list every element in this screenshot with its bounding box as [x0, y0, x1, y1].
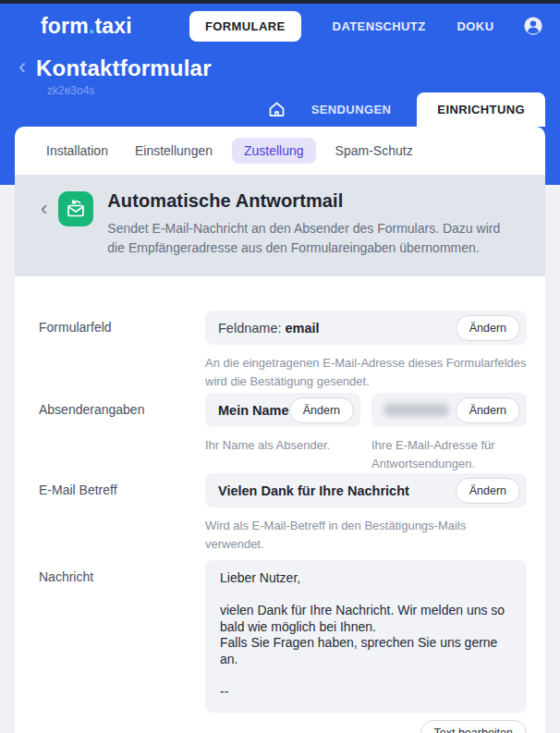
section-description: Sendet E-Mail-Nachricht an den Absender …	[107, 219, 512, 258]
logo-taxi: taxi	[95, 14, 132, 38]
subject-box: Vielen Dank für Ihre Nachricht Ändern	[205, 473, 527, 507]
back-chevron-icon[interactable]: ‹	[18, 55, 26, 81]
nav-item-doku[interactable]: DOKU	[457, 19, 494, 33]
row-absenderangaben: Absenderangaben Mein Name Ändern Ändern	[15, 393, 545, 472]
edit-text-button[interactable]: Text bearbeiten	[420, 720, 527, 733]
row-label: Formularfeld	[15, 311, 205, 390]
subtab-zustellung[interactable]: Zustellung	[232, 138, 316, 164]
logo-form: form	[41, 14, 89, 38]
sender-email-help: Ihre E-Mail-Adresse für Antwortsendungen…	[371, 436, 527, 472]
nav-item-formulare[interactable]: FORMULARE	[189, 11, 301, 42]
home-icon[interactable]	[267, 100, 286, 119]
subtab-spam-schutz[interactable]: Spam-Schutz	[328, 138, 420, 164]
subtab-installation[interactable]: Installation	[39, 138, 116, 164]
redacted-email-value	[384, 404, 448, 416]
change-sender-email-button[interactable]: Ändern	[456, 397, 520, 423]
page-title: Kontaktformular	[36, 55, 212, 81]
change-formfield-button[interactable]: Ändern	[456, 315, 520, 341]
message-textarea[interactable]: Lieber Nutzer, vielen Dank für Ihre Nach…	[205, 560, 527, 713]
settings-subtabs: Installation Einstellungen Zustellung Sp…	[15, 127, 545, 175]
settings-form: Formularfeld Feldname:email Ändern An di…	[15, 276, 545, 733]
section-text: Automatische Antwortmail Sendet E-Mail-N…	[107, 190, 512, 258]
sender-name-value: Mein Name	[218, 403, 289, 418]
row-nachricht: Nachricht Lieber Nutzer, vielen Dank für…	[15, 560, 545, 733]
section-back-chevron-icon[interactable]: ‹	[41, 199, 47, 219]
sender-email-box: Ändern	[371, 393, 527, 427]
tab-sendungen[interactable]: SENDUNGEN	[311, 103, 392, 116]
logo-dot: .	[89, 14, 95, 38]
row-betreff: E-Mail Betreff Vielen Dank für Ihre Nach…	[15, 473, 545, 553]
user-circle-icon[interactable]	[523, 16, 543, 36]
row-label: Nachricht	[15, 560, 205, 733]
sender-name-help: Ihr Name als Absender.	[205, 436, 360, 472]
row-label: E-Mail Betreff	[15, 473, 205, 553]
sender-name-box: Mein Name Ändern	[205, 393, 360, 427]
top-navbar: form.taxi FORMULARE DATENSCHUTZ DOKU	[0, 4, 560, 48]
subtab-einstellungen[interactable]: Einstellungen	[128, 138, 220, 164]
content-card: Installation Einstellungen Zustellung Sp…	[15, 127, 545, 733]
nav-links: FORMULARE DATENSCHUTZ DOKU	[189, 11, 493, 42]
mail-reply-icon	[58, 191, 93, 226]
logo[interactable]: form.taxi	[41, 14, 132, 39]
formfield-value: Feldname:email	[218, 321, 456, 336]
subject-help: Wird als E-Mail-Betreff in den Bestätigu…	[205, 517, 527, 553]
row-formularfeld: Formularfeld Feldname:email Ändern An di…	[15, 311, 545, 390]
tab-einrichtung[interactable]: EINRICHTUNG	[417, 92, 545, 127]
section-title: Automatische Antwortmail	[107, 190, 512, 212]
formfield-name: email	[286, 321, 320, 336]
section-header: ‹ Automatische Antwortmail Sendet E-Mail…	[15, 175, 545, 276]
title-block: ‹ Kontaktformular zk2e3o4s	[0, 48, 560, 97]
change-subject-button[interactable]: Ändern	[456, 478, 520, 504]
subject-value: Vielen Dank für Ihre Nachricht	[218, 483, 456, 498]
row-label: Absenderangaben	[15, 393, 205, 472]
main-tabs: SENDUNGEN EINRICHTUNG	[267, 92, 545, 127]
change-sender-name-button[interactable]: Ändern	[289, 397, 354, 423]
formfield-box: Feldname:email Ändern	[205, 311, 527, 345]
formfield-help: An die eingetragenen E-Mail-Adresse dies…	[205, 354, 527, 390]
nav-item-datenschutz[interactable]: DATENSCHUTZ	[333, 19, 426, 33]
